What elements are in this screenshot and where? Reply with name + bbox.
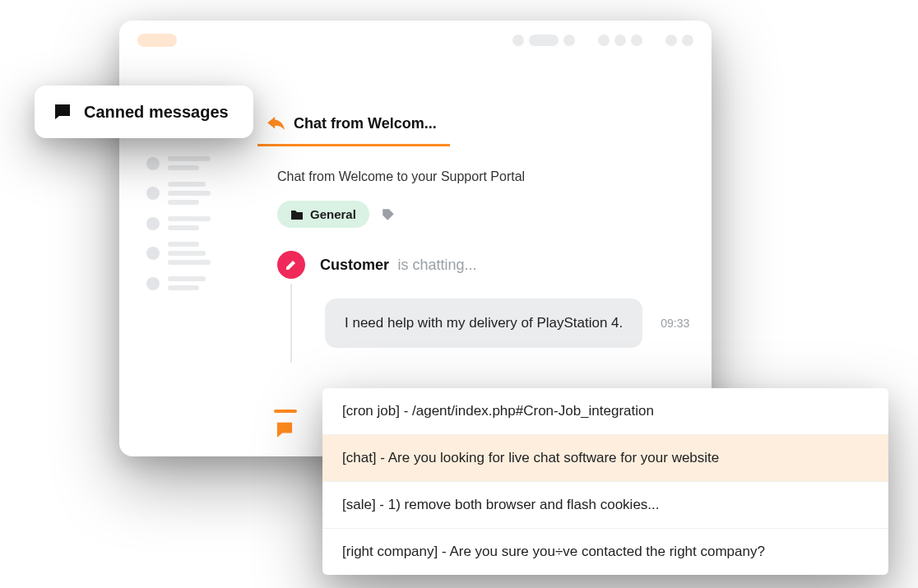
- chat-icon: [53, 102, 72, 122]
- tab-row: Chat from Welcom...: [257, 99, 767, 146]
- pencil-icon: [285, 258, 298, 271]
- logo-placeholder: [137, 34, 177, 47]
- sender-name: Customer: [320, 257, 389, 273]
- sender-status: is chatting...: [397, 257, 476, 273]
- header-capsule: [529, 35, 559, 46]
- reply-icon: [267, 117, 285, 132]
- folder-icon: [290, 209, 304, 220]
- chat-title: Chat from Welcome to your Support Portal: [277, 169, 748, 184]
- background-window-header: [119, 21, 712, 60]
- folder-chip-general[interactable]: General: [277, 201, 369, 228]
- header-dot: [631, 35, 642, 46]
- sidebar-skeleton: [146, 156, 229, 302]
- composer-accent-line: [274, 410, 297, 413]
- header-dot: [563, 35, 575, 46]
- tab-label: Chat from Welcom...: [294, 115, 437, 132]
- suggestion-item[interactable]: [chat] - Are you looking for live chat s…: [322, 435, 888, 482]
- canned-suggestions-panel: [cron job] - /agent/index.php#Cron-Job_i…: [322, 388, 888, 575]
- tag-row: General: [277, 201, 748, 228]
- suggestion-item[interactable]: [sale] - 1) remove both browser and flas…: [322, 482, 888, 529]
- folder-chip-label: General: [310, 207, 356, 221]
- add-tag-button[interactable]: [381, 207, 396, 222]
- message-bubble: I need help with my delivery of PlayStat…: [325, 299, 642, 348]
- message-time: 09:33: [661, 317, 689, 330]
- suggestion-item[interactable]: [right company] - Are you sure you÷ve co…: [322, 529, 888, 575]
- composer: [257, 410, 297, 452]
- header-dot: [512, 35, 524, 46]
- header-dot: [598, 35, 610, 46]
- sender-row: Customer is chatting...: [277, 251, 748, 279]
- header-dot: [614, 35, 626, 46]
- suggestion-item[interactable]: [cron job] - /agent/index.php#Cron-Job_i…: [322, 388, 888, 435]
- tab-chat[interactable]: Chat from Welcom...: [257, 104, 450, 146]
- header-dot: [665, 35, 677, 46]
- canned-messages-button[interactable]: Canned messages: [35, 86, 253, 138]
- chat-icon[interactable]: [276, 421, 294, 438]
- chat-body: Chat from Welcome to your Support Portal…: [257, 146, 767, 363]
- message-thread: I need help with my delivery of PlayStat…: [290, 284, 748, 363]
- edit-badge[interactable]: [277, 251, 305, 279]
- header-dot: [682, 35, 693, 46]
- canned-messages-label: Canned messages: [84, 103, 229, 122]
